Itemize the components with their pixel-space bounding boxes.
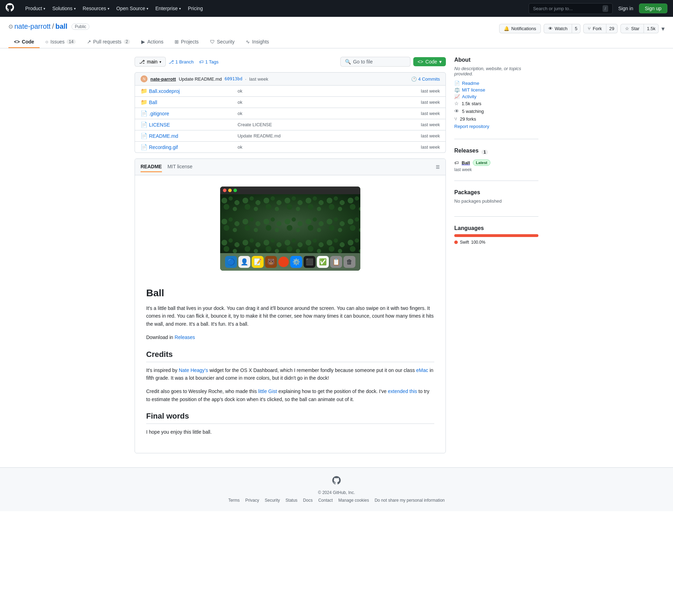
file-name-link[interactable]: Recording.gif xyxy=(149,144,235,150)
dock-ball xyxy=(278,257,289,267)
forks-count-link[interactable]: 29 forks xyxy=(460,116,476,122)
lang-name: Swift xyxy=(460,240,469,245)
footer-terms-link[interactable]: Terms xyxy=(228,498,240,503)
tab-pull-requests[interactable]: ↗ Pull requests 2 xyxy=(81,36,136,48)
footer-security-link[interactable]: Security xyxy=(265,498,280,503)
star-count[interactable]: 1.5k xyxy=(644,24,659,33)
nav-pricing[interactable]: Pricing xyxy=(185,4,206,13)
tag-count-link[interactable]: 🏷 1 Tags xyxy=(199,59,218,65)
repo-name-link[interactable]: ball xyxy=(55,22,67,31)
sign-in-button[interactable]: Sign in xyxy=(616,4,636,13)
footer-do-not-share-link[interactable]: Do not share my personal information xyxy=(375,498,445,503)
file-name-link[interactable]: Ball.xcodeproj xyxy=(149,88,235,94)
nav-product[interactable]: Product ▾ xyxy=(22,4,48,13)
sidebar-packages: Packages No packages published xyxy=(454,189,538,217)
forks-stat: ⑂ 29 forks xyxy=(454,116,538,122)
credits-para-2: Credit also goes to Wessley Roche, who m… xyxy=(146,387,434,403)
releases-count-badge: 1 xyxy=(481,150,488,155)
about-title: About xyxy=(454,57,538,63)
tab-security[interactable]: 🛡 Security xyxy=(204,36,240,48)
commit-author-link[interactable]: nate-parrott xyxy=(150,76,176,82)
readme-link[interactable]: 📄 Readme xyxy=(454,81,538,86)
emac-link[interactable]: eMac xyxy=(416,367,428,373)
repo-visibility-badge: Public xyxy=(72,23,89,30)
dock-clipboard: 📋 xyxy=(330,256,342,268)
breadcrumb-slash: / xyxy=(52,22,54,31)
release-tag-link[interactable]: Ball xyxy=(462,160,470,165)
tab-readme[interactable]: README xyxy=(141,162,162,172)
nate-heagy-link[interactable]: Nate Heagy's xyxy=(179,367,208,373)
commits-count-link[interactable]: 🕐 4 Commits xyxy=(411,76,440,82)
dock-terminal: ⬛ xyxy=(304,256,315,268)
dock-omnifocus: ✅ xyxy=(317,256,329,268)
report-repo-link[interactable]: Report repository xyxy=(454,124,538,129)
go-to-file-button[interactable]: 🔍 Go to file xyxy=(340,57,410,67)
code-dropdown-button[interactable]: <> Code ▾ xyxy=(413,57,446,66)
tab-insights[interactable]: ∿ Insights xyxy=(240,36,274,48)
repo-header-top: ⊙ nate-parrott / ball Public 🔔 Notificat… xyxy=(8,22,665,35)
file-name-link[interactable]: README.md xyxy=(149,133,235,139)
releases-link[interactable]: Releases xyxy=(175,334,195,340)
footer-docs-link[interactable]: Docs xyxy=(303,498,313,503)
sidebar-releases: Releases 1 🏷 Ball Latest last week xyxy=(454,148,538,181)
tab-issues[interactable]: ○ Issues 14 xyxy=(40,36,81,48)
repo-owner-link[interactable]: nate-parrott xyxy=(14,22,50,31)
readme-tabs: README MIT license xyxy=(141,162,192,172)
branch-count-link[interactable]: ⎇ 1 Branch xyxy=(169,59,193,65)
readme-para-1: It's a little ball that lives in your do… xyxy=(146,304,434,328)
file-time: last week xyxy=(412,111,440,116)
footer-contact-link[interactable]: Contact xyxy=(318,498,333,503)
code-btn-icon: <> xyxy=(417,59,423,65)
stars-count-link[interactable]: 1.5k stars xyxy=(462,101,481,106)
file-name-link[interactable]: Ball xyxy=(149,100,235,105)
nav-open-source[interactable]: Open Source ▾ xyxy=(114,4,151,13)
watch-button[interactable]: 👁 Watch xyxy=(544,24,572,33)
pr-icon: ↗ xyxy=(87,39,91,45)
mit-license-link[interactable]: ⚖️ MIT license xyxy=(454,87,538,93)
table-row: 📄 README.md Update README.md last week xyxy=(135,130,446,142)
sidebar-languages: Languages Swift 100.0% xyxy=(454,225,538,253)
activity-link[interactable]: 📈 Activity xyxy=(454,94,538,99)
file-icon: 📄 xyxy=(141,133,146,139)
nav-solutions[interactable]: Solutions ▾ xyxy=(49,4,79,13)
extended-this-link[interactable]: extended this xyxy=(388,388,417,394)
footer-manage-cookies-link[interactable]: Manage cookies xyxy=(338,498,369,503)
file-commit-msg: Create LICENSE xyxy=(238,122,409,127)
tab-projects[interactable]: ⊞ Projects xyxy=(169,36,204,48)
swift-color-dot xyxy=(454,241,458,244)
file-name-link[interactable]: .gitignore xyxy=(149,111,235,116)
readme-title: Ball xyxy=(146,287,434,299)
fork-stat-icon: ⑂ xyxy=(454,116,457,122)
nav-enterprise[interactable]: Enterprise ▾ xyxy=(152,4,184,13)
packages-desc: No packages published xyxy=(454,198,538,204)
minimize-dot xyxy=(228,189,232,192)
watch-count[interactable]: 5 xyxy=(572,24,580,33)
footer-copyright: © 2024 GitHub, Inc. xyxy=(318,490,355,495)
raw-button[interactable]: ☰ xyxy=(436,164,440,170)
fork-button[interactable]: ⑂ Fork xyxy=(583,24,606,33)
nav-resources[interactable]: Resources ▾ xyxy=(80,4,112,13)
branch-selector[interactable]: ⎇ main ▾ xyxy=(135,57,166,67)
commit-hash-link[interactable]: 60913bd xyxy=(225,76,243,81)
tab-code[interactable]: <> Code xyxy=(8,36,40,48)
code-icon: <> xyxy=(14,39,20,45)
footer-status-link[interactable]: Status xyxy=(286,498,298,503)
sign-up-button[interactable]: Sign up xyxy=(639,4,667,13)
fork-count[interactable]: 29 xyxy=(606,24,617,33)
tab-mit-license[interactable]: MIT license xyxy=(168,162,192,172)
expand-button[interactable]: ▾ xyxy=(661,25,665,33)
little-gist-link[interactable]: little Gist xyxy=(258,388,277,394)
star-button[interactable]: ☆ Star xyxy=(620,24,644,33)
file-tree: 📁 Ball.xcodeproj ok last week 📁 Ball ok … xyxy=(135,86,446,153)
file-name-link[interactable]: LICENSE xyxy=(149,122,235,128)
file-commit-msg: Update README.md xyxy=(238,133,409,138)
notifications-button[interactable]: 🔔 Notifications xyxy=(499,24,541,33)
search-bar[interactable]: Search or jump to... / xyxy=(529,3,613,14)
nav-links: Product ▾ Solutions ▾ Resources ▾ Open S… xyxy=(22,4,206,13)
readme-icon: 📄 xyxy=(454,81,460,86)
github-logo[interactable] xyxy=(6,3,14,14)
folder-icon: 📁 xyxy=(141,88,146,94)
file-time: last week xyxy=(412,122,440,127)
footer-privacy-link[interactable]: Privacy xyxy=(245,498,259,503)
tab-actions[interactable]: ▶ Actions xyxy=(136,36,169,48)
